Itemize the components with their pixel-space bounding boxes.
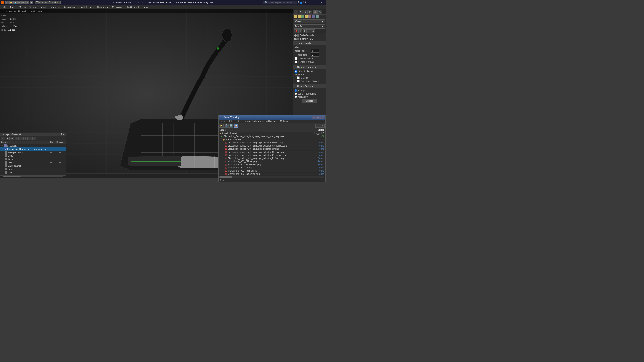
layers-help-button[interactable]: ? [61,133,62,136]
color-swatch-3[interactable] [301,15,304,18]
asset-tracking-close[interactable]: ✕ [320,116,324,119]
asset-row-mic-ior[interactable]: 🖼 Microphone_002_ior.png Found [219,166,325,169]
turbosmooth-rollout-header[interactable]: TurboSmooth [294,41,326,45]
tab-modify[interactable]: ≡ [298,10,303,14]
at-menu-server[interactable]: Server [219,120,228,123]
color-swatch-2[interactable] [298,15,301,18]
iterations-input[interactable] [311,49,319,52]
layers-header-buttons[interactable]: ? ✕ [61,133,64,136]
menu-animation[interactable]: Animation [62,5,77,9]
asset-row-maps-folder[interactable]: ▶ Maps / Shaders [219,138,325,141]
at-tool-1[interactable]: 📁 [219,124,224,128]
at-menu-file[interactable]: File [228,120,234,123]
asset-tracking-minimize[interactable]: − [312,116,316,119]
layers-scroll-left[interactable]: ◄ [1,176,3,178]
layers-close-button[interactable]: ✕ [62,133,64,136]
surface-params-header[interactable]: Surface Parameters [294,65,326,69]
modifier-list-header[interactable]: Modifier List ▼ [294,24,325,28]
modifier-tools[interactable]: 📌 | ‖ ⊙ 🗑 [294,29,326,34]
turbosmooth-visibility[interactable] [294,34,296,37]
at-tool-2[interactable]: 💾 [224,124,228,128]
menu-tools[interactable]: Tools [8,5,17,9]
asset-row-mic-normal[interactable]: 🖼 Microphone_002_Normal.png Found [219,169,325,173]
at-menu-paths[interactable]: Paths [234,120,243,123]
layers-move-down-button[interactable]: ↓ [14,137,18,140]
redo-button[interactable]: ↪ [26,1,29,4]
material-dropdown-arrow[interactable]: ▼ [322,20,324,22]
tab-motion[interactable]: ◎ [308,10,312,14]
when-rendering-radio[interactable] [295,92,297,95]
render-iters-input[interactable] [311,53,319,56]
help-icon[interactable]: ? [298,1,299,3]
asset-row-mic-glossiness[interactable]: 🖼 Microphone_002_Glossiness.png Found [219,163,325,166]
modifier-turbosmooth[interactable]: TurboSmooth [294,34,326,37]
asset-tracking-controls[interactable]: − □ ✕ [312,116,324,119]
new-button[interactable]: □ [5,1,9,4]
menu-views[interactable]: Views [28,5,38,9]
layer-discussion-device[interactable]: ▼ L Discussion_Device_with_Language_Sele… [0,147,66,151]
layers-move-up-button[interactable]: ↑ [19,137,23,140]
asset-scroll-thumb[interactable] [219,176,232,178]
color-swatch-4[interactable] [305,15,308,18]
isoline-display-checkbox[interactable] [295,57,298,60]
at-help-button[interactable]: ? [315,124,320,128]
help-buttons[interactable]: ? 👥 ⚙ ℹ [298,1,306,3]
save-button[interactable]: 💾 [14,1,17,4]
layers-delete-button[interactable]: ✕ [6,137,10,140]
layer-item-screen[interactable]: ▲ Screen — — [0,168,66,171]
pin-mod-button[interactable]: 📌 [294,29,298,33]
settings-icon[interactable]: ⚙ [302,1,304,3]
layer-item-microphone002[interactable]: ▲ Microphone002 — — [0,151,66,154]
undo-button2[interactable]: ↩ [22,1,25,4]
asset-row-glossiness[interactable]: 🖼 Discussion_device_with_language_select… [219,144,325,147]
layer-item-plastic[interactable]: ▲ Plastic_inserts — — [0,174,66,175]
smooth-result-checkbox[interactable] [295,70,298,73]
restore-button[interactable]: □ [312,0,318,5]
explicit-normals-checkbox[interactable] [295,60,298,63]
menu-group[interactable]: Group [17,5,28,9]
layer-item-body[interactable]: ▲ Body — — [0,154,66,158]
layer-item-keys[interactable]: ▲ Keys — — [0,158,66,161]
layers-options-button[interactable]: ⊡ [32,137,36,140]
tab-create[interactable]: + [294,10,298,14]
modifier-list-arrow[interactable]: ▼ [322,25,324,28]
right-panel-tabs[interactable]: + ≡ ⊗ ◎ □ 🔧 [294,9,326,14]
make-unique-button[interactable]: ⊙ [307,29,311,33]
layers-sort-button[interactable]: ↕ [28,137,32,140]
layer-default[interactable]: ▼ L 0 (default) — — [0,144,66,147]
tab-hierarchy[interactable]: ⊗ [303,10,308,14]
menu-maxscript[interactable]: MAXScript [126,5,141,9]
layers-all-button[interactable]: ◻ [1,137,5,140]
at-menu-bitmap[interactable]: Bitmap Performance and Memory [242,120,279,123]
layers-expand-button[interactable]: ⊞ [24,137,28,140]
menu-graph-editors[interactable]: Graph Editors [77,5,96,9]
workspace-selector[interactable]: Workspace: Default ▼ [35,1,60,4]
menu-modifiers[interactable]: Modifiers [48,5,62,9]
asset-row-diffuse[interactable]: 🖼 Discussion_device_with_language_select… [219,141,325,144]
at-tool-4[interactable]: 📋 [234,124,238,128]
materials-checkbox[interactable] [297,76,300,79]
layers-scroll-right[interactable]: ► [63,176,65,178]
layers-add-button[interactable]: + [10,137,14,140]
material-name-field[interactable]: Glass ▼ [294,19,325,23]
layer-item-back-pannel[interactable]: ▲ Back_pannel — — [0,164,66,168]
menu-customize[interactable]: Customize [110,5,126,9]
update-button[interactable]: Update [302,99,317,103]
undo-button[interactable]: ↩ [18,1,21,4]
at-menu-options[interactable]: Options [279,120,289,123]
color-swatch-1[interactable] [294,15,297,18]
asset-row-normal[interactable]: 🖼 Discussion_device_with_language_select… [219,151,325,154]
at-settings-button[interactable]: ⚙ [320,124,325,128]
close-button[interactable]: ✕ [318,0,325,5]
minimize-button[interactable]: − [306,0,312,5]
menu-edit[interactable]: Edit [0,5,8,9]
show-result-button[interactable]: | [298,29,302,33]
layer-item-glass[interactable]: ▲ Glass — — [0,171,66,174]
color-swatch-7[interactable] [316,15,319,18]
remove-mod-button[interactable]: 🗑 [311,29,315,33]
smoothing-groups-checkbox[interactable] [297,80,300,82]
layers-toolbar[interactable]: ◻ ✕ + ↓ ↑ ⊞ ↕ ⊡ [0,136,66,141]
layers-scrollbar[interactable]: ◄ ► [0,175,66,178]
asset-tracking-restore[interactable]: □ [316,116,320,119]
render-thumb[interactable]: ▣ [30,1,33,4]
